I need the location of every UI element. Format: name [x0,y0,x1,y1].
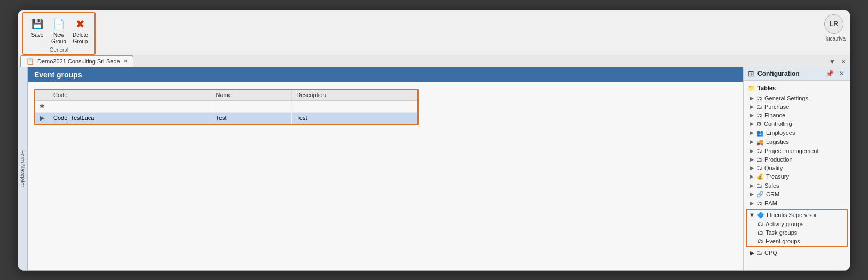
new-row-name[interactable] [211,100,292,112]
arrow-icon: ▶ [750,157,754,162]
folder-icon: 🗂 [756,95,762,101]
arrow-icon: ▶ [750,174,754,179]
new-group-button[interactable]: 📄 NewGroup [49,15,68,46]
ribbon: 💾 Save 📄 NewGroup ✖ DeleteGroup General … [18,10,850,55]
grid-col-name: Name [211,90,292,101]
main-area: Form Navigator Event groups Code Name De… [18,67,850,270]
tables-folder-icon: 📁 [748,85,755,92]
tree-item-crm[interactable]: ▶ 🔗 CRM [744,190,850,199]
row-indicator: ▶ [35,112,49,124]
config-icon: ⊞ [748,69,754,78]
tab-bar: 📋 Demo2021 Consulting Srl-Sede ✕ ▼ ✕ [18,55,850,67]
tree-item-project-management[interactable]: ▶ 🗂 Project management [744,147,850,155]
folder-icon: 🗂 [756,112,762,118]
main-window: 💾 Save 📄 NewGroup ✖ DeleteGroup General … [18,10,850,271]
grid-cell-code[interactable]: Code_TestLuca [49,112,211,124]
activity-groups-item[interactable]: 🗂 Activity groups [747,220,847,228]
task-groups-item[interactable]: 🗂 Task groups [747,228,847,237]
tree-item-label: Treasury [766,173,789,180]
navigator-label: Form Navigator [20,150,26,187]
arrow-icon: ▶ [750,250,754,257]
tree-item-treasury[interactable]: ▶ 💰 Treasury [744,172,850,181]
folder-icon: 🗂 [756,148,762,154]
save-button[interactable]: 💾 Save [28,15,47,39]
tree-item-general-settings[interactable]: ▶ 🗂 General Settings [744,94,850,102]
save-label: Save [31,32,44,38]
delete-group-label: DeleteGroup [73,32,88,45]
tree-item-label: CRM [766,191,779,197]
tab-close-all-button[interactable]: ✕ [839,58,848,66]
tree-item-label: General Settings [764,95,808,101]
folder-icon: 🗂 [756,103,762,110]
new-row-code[interactable] [49,100,211,112]
fluentis-supervisor-item[interactable]: ▼ 🔷 Fluentis Supervisor [747,211,847,220]
tree-item-purchase[interactable]: ▶ 🗂 Purchase [744,102,850,111]
arrow-icon: ▶ [750,201,754,206]
page-title: Event groups [34,70,82,79]
config-close-button[interactable]: ✕ [838,70,846,77]
user-initials: LR [830,20,838,28]
tree-item-sales[interactable]: ▶ 🗂 Sales [744,181,850,190]
event-groups-label: Event groups [766,238,800,244]
tree-item-label: Purchase [764,103,789,110]
tables-header: 📁 Tables [748,84,846,93]
page-title-bar: Event groups [28,67,743,82]
arrow-icon: ▼ [749,212,755,218]
arrow-icon: ▶ [750,139,754,145]
task-groups-label: Task groups [766,229,797,236]
folder-icon: 🗂 [756,165,762,171]
task-groups-icon: 🗂 [757,229,763,236]
arrow-icon: ▶ [750,130,754,135]
main-tab[interactable]: 📋 Demo2021 Consulting Srl-Sede ✕ [20,55,133,67]
new-row-description[interactable] [292,100,417,112]
tree-item-cpq[interactable]: ▶ 🗂 CPQ [744,249,850,258]
form-navigator[interactable]: Form Navigator [18,67,28,270]
arrow-icon: ▶ [750,121,754,126]
treasury-icon: 💰 [756,173,764,180]
tree-item-controlling[interactable]: ▶ ⚙ Controlling [744,119,850,129]
grid-header-row: Code Name Description [35,90,417,101]
tree-item-label: Employees [766,130,795,136]
grid-cell-description[interactable]: Test [292,112,417,124]
general-group: 💾 Save 📄 NewGroup ✖ DeleteGroup General [22,12,96,55]
tree-item-finance[interactable]: ▶ 🗂 Finance [744,111,850,119]
tree-item-label: Production [764,156,793,163]
delete-group-button[interactable]: ✖ DeleteGroup [70,15,90,46]
tree-item-label: Sales [764,182,779,189]
tree-item-eam[interactable]: ▶ 🗂 EAM [744,199,850,207]
new-row-indicator: ✱ [35,100,49,112]
general-group-label: General [50,47,69,53]
grid-cell-name[interactable]: Test [211,112,292,124]
tree-item-label: Finance [764,112,785,118]
arrow-icon: ▶ [750,104,754,109]
page-content: Code Name Description ✱ [28,82,743,270]
data-grid-container: Code Name Description ✱ [34,89,419,125]
tree-item-employees[interactable]: ▶ 👥 Employees [744,129,850,138]
event-groups-icon: 🗂 [757,238,763,244]
arrow-icon: ▶ [750,148,754,154]
new-group-icon: 📄 [51,17,66,31]
supervisor-icon: 🔷 [757,212,764,219]
arrow-icon: ▶ [750,165,754,171]
config-header: ⊞ Configuration 📌 ✕ [744,67,850,81]
people-icon: 👥 [756,130,764,137]
tab-pin-button[interactable]: ▼ [827,58,837,66]
tree-item-label: Quality [764,165,783,171]
tab-close-button[interactable]: ✕ [123,58,128,64]
folder-icon: 🗂 [756,156,762,163]
content-area: Event groups Code Name Description [28,67,743,270]
gear-icon: ⚙ [756,121,762,127]
tree-item-logistics[interactable]: ▶ 🚚 Logistics [744,138,850,147]
logistics-icon: 🚚 [756,139,764,146]
table-row[interactable]: ▶ Code_TestLuca Test Test [35,112,417,124]
tree-item-quality[interactable]: ▶ 🗂 Quality [744,164,850,172]
config-pin-button[interactable]: 📌 [825,70,835,77]
tab-label: Demo2021 Consulting Srl-Sede [37,58,120,65]
tab-controls: ▼ ✕ [827,58,848,67]
tree-item-production[interactable]: ▶ 🗂 Production [744,155,850,164]
event-groups-item[interactable]: 🗂 Event groups [747,237,847,245]
user-avatar[interactable]: LR [824,14,843,34]
folder-icon: 🗂 [756,200,762,206]
config-tree: 📁 Tables ▶ 🗂 General Settings ▶ 🗂 Purcha… [744,81,850,270]
activity-groups-icon: 🗂 [757,221,763,227]
